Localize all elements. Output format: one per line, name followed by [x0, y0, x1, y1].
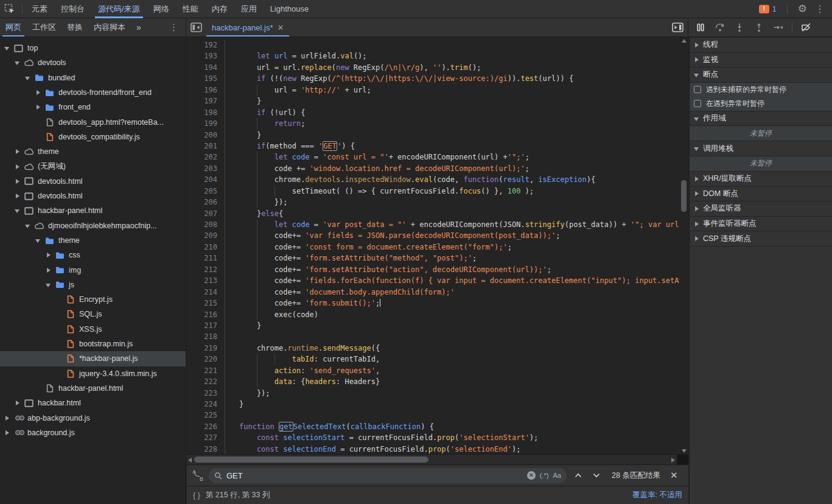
- tree-item-img[interactable]: img: [0, 262, 186, 277]
- tree-item-Encrypt.js[interactable]: Encrypt.js: [0, 292, 186, 307]
- navigator-tab-替换[interactable]: 替换: [61, 18, 88, 37]
- collapse-navigator-icon[interactable]: [186, 18, 206, 37]
- breakpoint-gutter[interactable]: [217, 253, 225, 264]
- breakpoint-gutter[interactable]: [217, 354, 225, 365]
- tree-item-(无网域)[interactable]: (无网域): [0, 159, 186, 173]
- editor-tab-hackbar-panel[interactable]: hackbar-panel.js* ✕: [206, 18, 289, 37]
- section-断点[interactable]: 断点: [690, 68, 832, 83]
- breakpoint-gutter[interactable]: [217, 51, 225, 61]
- disclosure-closed-icon[interactable]: [15, 149, 21, 155]
- navigator-tab-内容脚本[interactable]: 内容脚本: [88, 18, 131, 37]
- tree-item-XSS.js[interactable]: XSS.js: [0, 322, 186, 337]
- disclosure-closed-icon[interactable]: [15, 193, 21, 199]
- breakpoint-gutter[interactable]: [217, 141, 225, 152]
- breakpoint-gutter[interactable]: [217, 174, 225, 185]
- breakpoint-gutter[interactable]: [217, 186, 225, 197]
- breakpoint-gutter[interactable]: [217, 410, 225, 421]
- deactivate-breakpoints-icon[interactable]: [797, 19, 814, 36]
- checkbox-遇到未捕获的异常时暂停[interactable]: 遇到未捕获的异常时暂停: [690, 83, 832, 97]
- main-tab-性能[interactable]: 性能: [176, 0, 205, 18]
- tree-item-bundled[interactable]: bundled: [0, 71, 186, 85]
- tree-item-hackbar-panel.html[interactable]: hackbar-panel.html: [0, 381, 186, 396]
- tree-item-devtools[interactable]: devtools: [0, 55, 186, 70]
- disclosure-closed-icon[interactable]: [4, 415, 10, 421]
- breakpoint-gutter[interactable]: [217, 208, 225, 219]
- breakpoint-gutter[interactable]: [217, 163, 225, 174]
- disclosure-open-icon[interactable]: [46, 282, 52, 288]
- section-线程[interactable]: 线程: [690, 38, 832, 53]
- section-CSP 违规断点[interactable]: CSP 违规断点: [690, 231, 832, 247]
- breakpoint-gutter[interactable]: [217, 219, 225, 230]
- breakpoint-gutter[interactable]: [217, 73, 225, 84]
- tree-item-theme[interactable]: theme: [0, 233, 186, 248]
- disclosure-open-icon[interactable]: [25, 223, 31, 229]
- tree-item-hackbar.html[interactable]: hackbar.html: [0, 396, 186, 410]
- tree-item-devtools.html[interactable]: devtools.html: [0, 174, 186, 189]
- pretty-print-icon[interactable]: { }: [193, 491, 200, 500]
- disclosure-open-icon[interactable]: [4, 45, 10, 51]
- navigator-tab-工作区[interactable]: 工作区: [27, 18, 61, 37]
- settings-gear-icon[interactable]: ⚙: [798, 2, 807, 15]
- step-icon[interactable]: [770, 19, 787, 36]
- section-调用堆栈[interactable]: 调用堆栈: [690, 141, 832, 156]
- breakpoint-gutter[interactable]: [217, 107, 225, 118]
- breakpoint-gutter[interactable]: [217, 298, 225, 309]
- tree-item-theme[interactable]: theme: [0, 144, 186, 159]
- main-tab-内存[interactable]: 内存: [205, 0, 234, 18]
- navigator-tabs-overflow[interactable]: »: [131, 18, 147, 37]
- breakpoint-gutter[interactable]: [217, 96, 225, 107]
- close-search-icon[interactable]: ✕: [670, 470, 678, 481]
- disclosure-closed-icon[interactable]: [35, 89, 41, 96]
- tree-item-SQL.js[interactable]: SQL.js: [0, 307, 186, 321]
- tree-item-devtools.html[interactable]: devtools.html: [0, 189, 186, 203]
- breakpoint-gutter[interactable]: [217, 365, 225, 376]
- disclosure-open-icon[interactable]: [35, 237, 41, 243]
- replace-toggle-icon[interactable]: A B: [192, 469, 204, 482]
- step-over-icon[interactable]: [711, 19, 729, 36]
- breakpoint-gutter[interactable]: [217, 432, 225, 443]
- step-out-icon[interactable]: [750, 19, 767, 36]
- pause-icon[interactable]: [692, 19, 709, 36]
- breakpoint-gutter[interactable]: [217, 320, 225, 331]
- tree-item-hackbar-panel.html[interactable]: hackbar-panel.html: [0, 203, 186, 218]
- regex-toggle[interactable]: (.*): [540, 472, 549, 479]
- scroll-down-arrow[interactable]: [682, 449, 687, 453]
- disclosure-closed-icon[interactable]: [15, 164, 21, 170]
- search-input[interactable]: [226, 471, 523, 480]
- tree-item-front_end[interactable]: front_end: [0, 100, 186, 114]
- main-tab-应用[interactable]: 应用: [234, 0, 264, 18]
- previous-match-icon[interactable]: [572, 468, 585, 483]
- disclosure-closed-icon[interactable]: [46, 252, 52, 258]
- scroll-up-arrow[interactable]: [682, 39, 687, 43]
- issues-badge[interactable]: ! 1: [759, 5, 777, 13]
- section-全局监听器[interactable]: 全局监听器: [690, 201, 832, 217]
- section-监视[interactable]: 监视: [690, 53, 832, 68]
- tree-item-bootstrap.min.js[interactable]: bootstrap.min.js: [0, 337, 186, 351]
- disclosure-closed-icon[interactable]: [35, 104, 41, 110]
- disclosure-open-icon[interactable]: [25, 75, 31, 81]
- breakpoint-gutter[interactable]: [217, 264, 225, 275]
- navigator-kebab-icon[interactable]: ⋮: [169, 22, 178, 33]
- tree-item-js[interactable]: js: [0, 278, 186, 292]
- inspect-element-icon[interactable]: [0, 0, 19, 18]
- tree-item-devtools_compatibility.js[interactable]: devtools_compatibility.js: [0, 130, 186, 144]
- vertical-scroll-thumb[interactable]: [681, 180, 687, 212]
- main-tab-网络[interactable]: 网络: [147, 0, 176, 18]
- breakpoint-gutter[interactable]: [217, 376, 225, 387]
- tree-item-devtools_app.html?remoteBa...[interactable]: devtools_app.html?remoteBa...: [0, 114, 186, 129]
- breakpoint-gutter[interactable]: [217, 40, 225, 51]
- tree-item-background.js[interactable]: ⚙⚙background.js: [0, 425, 186, 440]
- section-XHR/提取断点[interactable]: XHR/提取断点: [690, 172, 832, 187]
- breakpoint-gutter[interactable]: [217, 152, 225, 163]
- breakpoint-gutter[interactable]: [217, 343, 225, 354]
- search-field[interactable]: ✕ (.*) Aa: [209, 468, 567, 483]
- breakpoint-gutter[interactable]: [217, 388, 225, 399]
- scroll-left-arrow[interactable]: [188, 458, 192, 463]
- breakpoint-gutter[interactable]: [217, 197, 225, 208]
- tree-item-devtools-frontend/front_end[interactable]: devtools-frontend/front_end: [0, 85, 186, 100]
- main-tab-Lighthouse[interactable]: Lighthouse: [264, 0, 316, 18]
- breakpoint-gutter[interactable]: [217, 230, 225, 241]
- tree-item-css[interactable]: css: [0, 248, 186, 262]
- section-作用域[interactable]: 作用域: [690, 111, 832, 127]
- tree-item-*hackbar-panel.js[interactable]: *hackbar-panel.js: [0, 351, 186, 366]
